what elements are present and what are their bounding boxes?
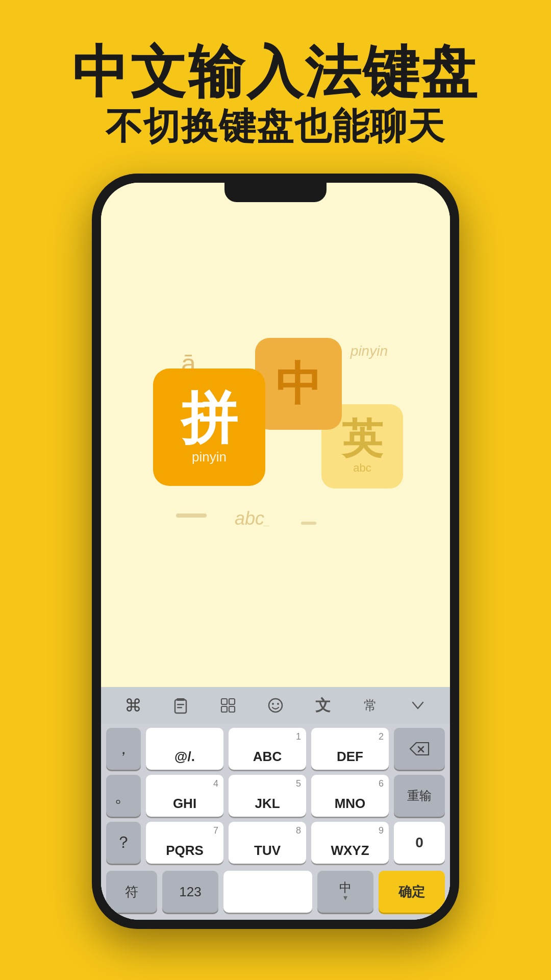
main-title: 中文输入法键盘 <box>0 41 551 103</box>
kb-ghi-key[interactable]: 4 GHI <box>146 775 223 817</box>
svg-rect-3 <box>177 707 182 708</box>
sub-title: 不切换键盘也能聊天 <box>0 103 551 151</box>
kb-def-text: DEF <box>337 749 363 765</box>
kb-zhong-sub: ▾ <box>343 894 347 902</box>
phone-mockup: ā pinyin 英 abc 中 <box>92 174 459 929</box>
svg-point-10 <box>277 703 279 705</box>
kb-pqrs-key[interactable]: 7 PQRS <box>146 822 223 864</box>
kb-zhong-main: 中 <box>339 881 352 894</box>
mode-tiles-container: ā pinyin 英 abc 中 <box>153 338 398 532</box>
kb-zhong-key[interactable]: 中 ▾ <box>317 871 373 913</box>
phone-upper: ā pinyin 英 abc 中 <box>101 183 450 687</box>
kb-chongshu-key[interactable]: 重输 <box>394 775 445 817</box>
tile-ying-label: abc <box>353 461 371 475</box>
phone-screen: ā pinyin 英 abc 中 <box>101 183 450 920</box>
float-abc-label: abc_ <box>235 508 270 529</box>
svg-rect-7 <box>229 706 235 712</box>
kb-jkl-num: 5 <box>296 778 301 789</box>
phone-outer: ā pinyin 英 abc 中 <box>92 174 459 929</box>
kb-confirm-key[interactable]: 确定 <box>379 871 445 913</box>
toolbar-emoji-icon[interactable] <box>260 692 291 719</box>
kb-bottom-row: 符 123 中 ▾ 确定 <box>101 871 450 920</box>
kb-mno-key[interactable]: 6 MNO <box>311 775 389 817</box>
kb-backspace-key[interactable] <box>394 728 445 770</box>
kb-abc-text: ABC <box>253 749 282 765</box>
keyboard-section: ⌘ <box>101 687 450 920</box>
svg-rect-1 <box>175 700 186 713</box>
kb-wxyz-text: WXYZ <box>331 843 369 859</box>
kb-jkl-text: JKL <box>255 796 280 812</box>
kb-fu-key[interactable]: 符 <box>106 871 157 913</box>
toolbar-down-icon[interactable] <box>403 692 433 719</box>
header-section: 中文输入法键盘 不切换键盘也能聊天 <box>0 0 551 171</box>
kb-wxyz-key[interactable]: 9 WXYZ <box>311 822 389 864</box>
phone-notch <box>224 183 327 202</box>
kb-atdot-key[interactable]: @/. <box>146 728 223 770</box>
kb-def-num: 2 <box>379 731 384 742</box>
kb-123-key[interactable]: 123 <box>162 871 218 913</box>
float-dash-2 <box>301 522 316 525</box>
toolbar-cmd-icon[interactable]: ⌘ <box>118 692 148 719</box>
phone-content: ā pinyin 英 abc 中 <box>101 183 450 920</box>
tile-zhong[interactable]: 中 <box>255 338 342 430</box>
kb-rows: ， @/. 1 ABC 2 DEF <box>101 724 450 871</box>
kb-question-key[interactable]: ？ <box>106 822 141 864</box>
kb-row-2: 。 4 GHI 5 JKL 6 MNO <box>106 775 445 817</box>
kb-zero-key[interactable]: 0 <box>394 822 445 864</box>
kb-wxyz-num: 9 <box>379 825 384 836</box>
svg-rect-6 <box>221 706 227 712</box>
svg-point-9 <box>272 703 274 705</box>
kb-tuv-num: 8 <box>296 825 301 836</box>
tile-zhong-char: 中 <box>276 361 321 407</box>
kb-period-key[interactable]: 。 <box>106 775 141 817</box>
kb-abc-num: 1 <box>296 731 301 742</box>
kb-atdot-text: @/. <box>174 749 195 765</box>
kb-mno-text: MNO <box>335 796 366 812</box>
kb-tuv-key[interactable]: 8 TUV <box>229 822 306 864</box>
float-dash-1 <box>176 513 207 518</box>
kb-mno-num: 6 <box>379 778 384 789</box>
kb-space-key[interactable] <box>223 871 312 913</box>
toolbar-grid-icon[interactable] <box>213 692 243 719</box>
svg-rect-2 <box>177 704 184 705</box>
kb-jkl-key[interactable]: 5 JKL <box>229 775 306 817</box>
kb-abc-key[interactable]: 1 ABC <box>229 728 306 770</box>
tile-pinyin[interactable]: 拼 pinyin <box>153 369 265 486</box>
svg-rect-5 <box>229 699 235 704</box>
tile-ying-char: 英 <box>342 419 383 459</box>
kb-comma-key[interactable]: ， <box>106 728 141 770</box>
kb-ghi-text: GHI <box>173 796 196 812</box>
kb-def-key[interactable]: 2 DEF <box>311 728 389 770</box>
svg-point-8 <box>269 699 282 712</box>
tile-pinyin-char: 拼 <box>181 390 237 446</box>
kb-ghi-num: 4 <box>213 778 218 789</box>
toolbar-clipboard-icon[interactable] <box>165 692 196 719</box>
float-pinyin-label: pinyin <box>350 343 388 359</box>
svg-rect-4 <box>221 699 227 704</box>
kb-pqrs-text: PQRS <box>166 843 204 859</box>
kb-row-1: ， @/. 1 ABC 2 DEF <box>106 728 445 770</box>
kb-zhong-label: 中 ▾ <box>339 881 352 902</box>
kb-toolbar: ⌘ <box>101 687 450 724</box>
kb-pqrs-num: 7 <box>213 825 218 836</box>
tile-pinyin-label: pinyin <box>192 449 227 465</box>
kb-tuv-text: TUV <box>254 843 281 859</box>
toolbar-common-icon[interactable]: 常 <box>355 692 386 719</box>
kb-row-3: ？ 7 PQRS 8 TUV 9 WXYZ <box>106 822 445 864</box>
toolbar-text-icon[interactable]: 文 <box>308 692 338 719</box>
